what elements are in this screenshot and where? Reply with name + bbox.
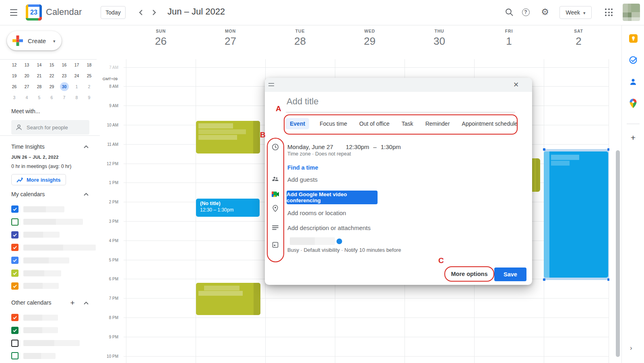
- tab-event[interactable]: Event: [286, 118, 309, 129]
- mini-calendar-day[interactable]: 5: [33, 92, 45, 103]
- calendar-list-item[interactable]: [11, 311, 58, 324]
- get-add-ons-icon[interactable]: [629, 133, 638, 142]
- next-week-icon[interactable]: [149, 8, 159, 17]
- dialog-drag-bar[interactable]: [265, 78, 532, 92]
- day-number[interactable]: 28: [265, 35, 335, 48]
- calendar-list-item[interactable]: [11, 216, 83, 228]
- selection-handle[interactable]: [543, 148, 545, 151]
- selection-handle[interactable]: [543, 278, 545, 281]
- mini-calendar-day[interactable]: 24: [70, 70, 83, 81]
- mini-calendar-day[interactable]: 4: [21, 92, 33, 103]
- mini-calendar-day[interactable]: 25: [83, 70, 95, 81]
- event-monday-morning[interactable]: [196, 121, 260, 153]
- mini-calendar-day[interactable]: 15: [45, 59, 58, 70]
- main-menu-icon[interactable]: [9, 8, 19, 17]
- mini-calendar-day[interactable]: 21: [33, 70, 45, 81]
- mini-calendar-day[interactable]: 14: [33, 59, 45, 70]
- keep-icon[interactable]: [629, 34, 638, 43]
- calendar-list-item[interactable]: [11, 324, 58, 337]
- contacts-icon[interactable]: [629, 77, 638, 86]
- help-icon[interactable]: [521, 7, 530, 17]
- calendar-checkbox[interactable]: [11, 352, 19, 359]
- calendar-list-item[interactable]: [11, 280, 59, 292]
- find-a-time-link[interactable]: Find a time: [287, 164, 318, 171]
- calendar-checkbox[interactable]: [11, 244, 19, 251]
- calendar-checkbox[interactable]: [11, 270, 19, 277]
- day-number[interactable]: 26: [126, 35, 196, 48]
- calendar-list-item[interactable]: [11, 203, 64, 216]
- mini-calendar-day[interactable]: 16: [58, 59, 70, 70]
- chevron-up-icon[interactable]: [81, 189, 91, 199]
- calendar-checkbox[interactable]: [11, 314, 19, 321]
- chevron-up-icon[interactable]: [81, 298, 91, 308]
- chevron-up-icon[interactable]: [81, 142, 91, 151]
- event-datetime-row[interactable]: Monday, June 27 12:30pm – 1:30pm: [287, 143, 401, 150]
- event-start-time[interactable]: 12:30pm: [346, 143, 369, 150]
- view-selector-button[interactable]: Week: [559, 6, 592, 19]
- mini-calendar-day[interactable]: 9: [83, 92, 95, 103]
- mini-calendar-day[interactable]: 26: [8, 81, 21, 92]
- event-monday-midday[interactable]: (No title) 12:30 – 1:30pm: [196, 199, 260, 217]
- drag-handle-icon[interactable]: [268, 83, 274, 86]
- mini-calendar-day[interactable]: 2: [83, 81, 95, 92]
- day-number[interactable]: 30: [405, 35, 474, 48]
- event-saturday-selected[interactable]: [544, 149, 609, 280]
- mini-calendar-day[interactable]: 7: [58, 92, 70, 103]
- calendar-list-item[interactable]: [11, 337, 80, 350]
- event-monday-evening[interactable]: [196, 283, 260, 315]
- add-description-field[interactable]: Add description or attachments: [287, 224, 371, 231]
- tab-focus-time[interactable]: Focus time: [318, 118, 349, 129]
- mini-calendar-day[interactable]: 17: [70, 59, 83, 70]
- calendar-list-item[interactable]: [11, 267, 61, 280]
- calendar-checkbox[interactable]: [11, 205, 19, 213]
- mini-calendar-day[interactable]: 1: [70, 81, 83, 92]
- calendar-checkbox[interactable]: [11, 231, 19, 239]
- event-title-input[interactable]: [287, 96, 514, 107]
- calendar-checkbox[interactable]: [11, 218, 19, 226]
- search-icon[interactable]: [504, 7, 514, 17]
- people-search-box[interactable]: [11, 120, 89, 135]
- mini-calendar-day[interactable]: 28: [33, 81, 45, 92]
- event-date[interactable]: Monday, June 27: [287, 143, 333, 150]
- mini-calendar-day[interactable]: 23: [58, 70, 70, 81]
- mini-calendar-day[interactable]: 6: [45, 92, 58, 103]
- settings-gear-icon[interactable]: [540, 7, 550, 17]
- google-apps-icon[interactable]: [605, 8, 613, 17]
- redacted-calendar-name[interactable]: [290, 237, 335, 245]
- tab-out-of-office[interactable]: Out of office: [358, 118, 391, 129]
- calendar-checkbox[interactable]: [11, 282, 19, 290]
- calendar-checkbox[interactable]: [11, 327, 19, 334]
- mini-calendar-day[interactable]: 19: [8, 70, 21, 81]
- mini-calendar-day[interactable]: 13: [21, 59, 33, 70]
- vertical-scrollbar[interactable]: [616, 150, 620, 357]
- day-number[interactable]: 27: [196, 35, 265, 48]
- tab-task[interactable]: Task: [400, 118, 415, 129]
- calendar-list-item[interactable]: [11, 254, 69, 267]
- day-number[interactable]: 1: [474, 35, 544, 48]
- calendar-list-item[interactable]: [11, 228, 60, 241]
- mini-calendar-day[interactable]: 3: [8, 92, 21, 103]
- tasks-icon[interactable]: [629, 56, 638, 64]
- close-icon[interactable]: [511, 80, 521, 89]
- mini-calendar-day[interactable]: 18: [83, 59, 95, 70]
- tab-appointment-schedule[interactable]: Appointment schedule: [460, 118, 519, 129]
- tab-reminder[interactable]: Reminder: [424, 118, 452, 129]
- calendar-list-item[interactable]: [11, 349, 56, 362]
- more-insights-button[interactable]: More insights: [11, 174, 66, 185]
- mini-calendar-day[interactable]: 29: [45, 81, 58, 92]
- more-options-button[interactable]: More options: [445, 267, 494, 281]
- today-button[interactable]: Today: [101, 6, 126, 19]
- mini-calendar-day[interactable]: 20: [21, 70, 33, 81]
- calendar-color-dot[interactable]: [336, 239, 342, 244]
- calendar-checkbox[interactable]: [11, 257, 19, 264]
- create-button[interactable]: Create: [7, 31, 62, 50]
- profile-avatar[interactable]: [623, 4, 640, 21]
- add-location-field[interactable]: Add rooms or location: [287, 210, 346, 216]
- mini-calendar-day[interactable]: 12: [8, 59, 21, 70]
- add-guests-field[interactable]: Add guests: [287, 176, 318, 183]
- mini-calendar-day[interactable]: 27: [21, 81, 33, 92]
- calendar-checkbox[interactable]: [11, 340, 19, 347]
- maps-icon[interactable]: [629, 99, 638, 108]
- event-end-time[interactable]: 1:30pm: [381, 143, 401, 150]
- previous-week-icon[interactable]: [136, 8, 146, 17]
